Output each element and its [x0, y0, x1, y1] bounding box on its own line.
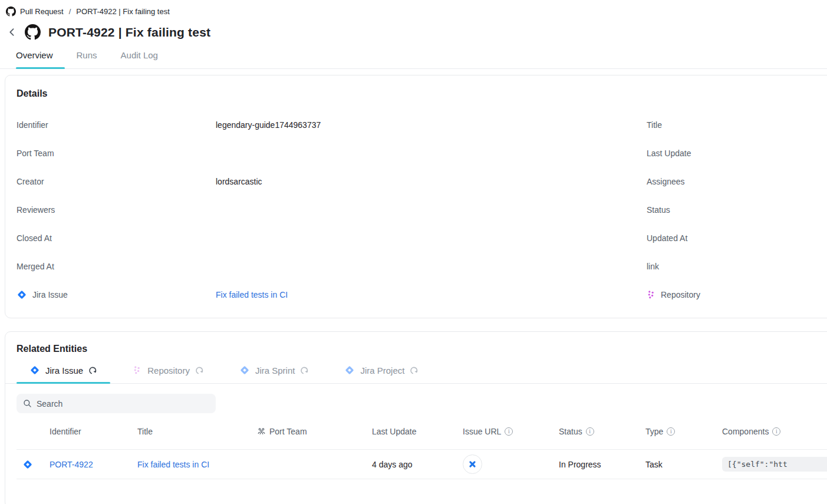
- field-label-assignees: Assignees: [647, 177, 685, 186]
- related-entity-tabs: Jira Issue Repository Jira Sprint Jira P…: [5, 365, 827, 384]
- row-last-update: 4 days ago: [372, 460, 463, 469]
- tab-audit-log[interactable]: Audit Log: [121, 50, 158, 68]
- field-label-title: Title: [647, 120, 662, 130]
- related-tab-label: Jira Sprint: [255, 365, 295, 375]
- column-header-last-update[interactable]: Last Update: [372, 427, 463, 436]
- column-header-status[interactable]: Status i: [559, 427, 645, 436]
- breadcrumb-separator: /: [68, 7, 73, 16]
- repository-label: Repository: [661, 290, 700, 299]
- column-header-label: Type: [645, 427, 663, 436]
- field-value-creator: lordsarcastic: [216, 177, 647, 186]
- jira-icon: [22, 459, 33, 470]
- related-entities-heading: Related Entities: [5, 344, 827, 354]
- details-row: Reviewers Status: [17, 196, 827, 224]
- repository-icon: [133, 365, 142, 375]
- info-icon[interactable]: i: [505, 427, 513, 436]
- issue-url-link[interactable]: [463, 454, 482, 474]
- jira-icon: [29, 365, 40, 375]
- field-label-port-team: Port Team: [17, 149, 216, 158]
- row-identifier-link[interactable]: PORT-4922: [50, 460, 93, 469]
- tab-runs[interactable]: Runs: [77, 50, 97, 68]
- related-tab-repository[interactable]: Repository: [120, 365, 217, 383]
- row-title-link[interactable]: Fix failed tests in CI: [137, 460, 209, 469]
- column-header-label: Issue URL: [463, 427, 501, 436]
- info-icon[interactable]: i: [586, 427, 594, 436]
- field-label-jira-issue: Jira Issue: [17, 289, 216, 300]
- entity-tabs: Overview Runs Audit Log: [0, 50, 827, 69]
- related-tab-label: Repository: [147, 365, 190, 375]
- field-label-last-update: Last Update: [647, 149, 691, 158]
- jira-icon: [239, 365, 250, 375]
- github-icon: [25, 24, 41, 40]
- jira-icon: [344, 365, 355, 375]
- field-label-creator: Creator: [17, 177, 216, 186]
- breadcrumb-blueprint[interactable]: Pull Request: [20, 7, 64, 16]
- explore-graph-arrow-icon: [88, 366, 97, 375]
- search-input[interactable]: [37, 399, 202, 409]
- breadcrumb-entity: PORT-4922 | Fix failing test: [76, 7, 169, 16]
- field-label-closed-at: Closed At: [17, 233, 216, 243]
- details-heading: Details: [17, 88, 827, 99]
- related-entities-search: [17, 394, 216, 413]
- field-label-reviewers: Reviewers: [17, 205, 216, 215]
- jira-icon: [17, 289, 27, 300]
- column-header-label: Port Team: [269, 427, 307, 436]
- row-type: Task: [645, 460, 722, 469]
- related-tab-jira-issue[interactable]: Jira Issue: [17, 365, 110, 383]
- table-row[interactable]: PORT-4922 Fix failed tests in CI 4 days …: [17, 450, 827, 479]
- back-button[interactable]: [7, 27, 17, 37]
- related-tab-label: Jira Project: [360, 365, 404, 375]
- info-icon[interactable]: i: [772, 427, 780, 436]
- related-tab-jira-project[interactable]: Jira Project: [331, 365, 431, 383]
- field-label-repository: Repository: [647, 290, 700, 299]
- related-table-header: Identifier Title Port Team Last Update I…: [17, 413, 827, 450]
- related-tab-label: Jira Issue: [45, 365, 83, 375]
- page-title: PORT-4922 | Fix failing test: [48, 25, 210, 39]
- explore-graph-arrow-icon: [410, 366, 419, 375]
- page-header: PORT-4922 | Fix failing test: [7, 24, 827, 40]
- related-entities-card: Related Entities Jira Issue Repository J…: [5, 331, 827, 504]
- breadcrumb: Pull Request / PORT-4922 | Fix failing t…: [0, 0, 827, 17]
- column-header-port-team[interactable]: Port Team: [257, 427, 372, 436]
- jira-logo-icon: [467, 459, 477, 469]
- explore-graph-arrow-icon: [300, 366, 309, 375]
- field-label-updated-at: Updated At: [647, 233, 687, 243]
- column-header-label: Components: [722, 427, 769, 436]
- column-header-title[interactable]: Title: [137, 427, 257, 436]
- github-icon: [6, 6, 16, 17]
- field-label-link: link: [647, 262, 659, 271]
- column-header-components[interactable]: Components i: [722, 427, 827, 436]
- field-label-status: Status: [647, 205, 670, 215]
- jira-issue-label: Jira Issue: [32, 290, 68, 299]
- team-icon: [257, 427, 266, 436]
- tab-overview[interactable]: Overview: [16, 50, 53, 68]
- column-header-type[interactable]: Type i: [645, 427, 722, 436]
- explore-graph-arrow-icon: [195, 366, 204, 375]
- repository-icon: [647, 290, 656, 299]
- info-icon[interactable]: i: [667, 427, 675, 436]
- search-icon: [23, 399, 32, 408]
- details-row: Port Team Last Update: [17, 139, 827, 167]
- details-fields: Identifier legendary-guide1744963737 Tit…: [17, 111, 827, 309]
- details-card: Details Identifier legendary-guide174496…: [5, 75, 827, 318]
- details-row: Jira Issue Fix failed tests in CI Reposi…: [17, 281, 827, 309]
- row-components-value: [{"self":"htt: [722, 457, 827, 472]
- details-row: Creator lordsarcastic Assignees: [17, 167, 827, 196]
- field-value-identifier: legendary-guide1744963737: [216, 120, 647, 130]
- details-row: Closed At Updated At: [17, 224, 827, 252]
- related-tab-jira-sprint[interactable]: Jira Sprint: [226, 365, 322, 383]
- row-status: In Progress: [559, 460, 645, 469]
- column-header-label: Status: [559, 427, 582, 436]
- field-label-merged-at: Merged At: [17, 262, 216, 271]
- details-row: Identifier legendary-guide1744963737 Tit…: [17, 111, 827, 139]
- column-header-issue-url[interactable]: Issue URL i: [463, 427, 559, 436]
- jira-issue-link[interactable]: Fix failed tests in CI: [216, 290, 288, 299]
- field-label-identifier: Identifier: [17, 120, 216, 130]
- chevron-left-icon: [7, 27, 17, 37]
- details-row: Merged At link: [17, 252, 827, 281]
- column-header-identifier[interactable]: Identifier: [50, 427, 137, 436]
